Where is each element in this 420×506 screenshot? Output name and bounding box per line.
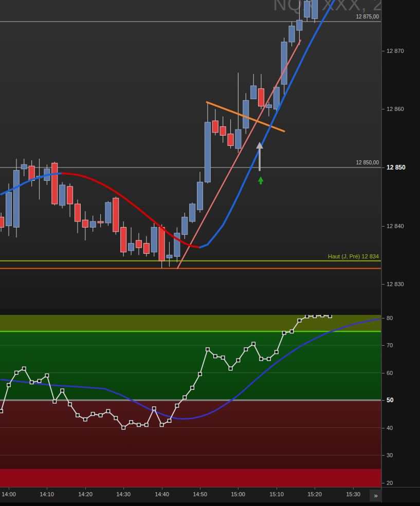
moving-average-segment <box>24 180 32 183</box>
moving-average-segment <box>78 175 85 177</box>
price-axis-label: 50 <box>387 397 393 404</box>
up-candle <box>151 227 157 252</box>
oscillator-marker <box>53 400 56 403</box>
time-axis-label: 15:20 <box>307 491 322 497</box>
oscillator-marker <box>267 358 270 361</box>
price-axis[interactable]: 12 87012 86012 85012 84012 8308070605040… <box>381 0 420 502</box>
up-candle <box>273 87 279 109</box>
oscillator-marker <box>45 374 48 377</box>
price-line-label: 12 850,00 <box>356 160 379 165</box>
oscillator-marker <box>106 409 109 413</box>
oscillator-marker <box>38 379 41 382</box>
time-axis-tick <box>47 488 47 490</box>
oscillator-marker <box>30 381 33 384</box>
indicator-pane[interactable] <box>0 315 381 487</box>
time-axis-tick <box>353 488 354 490</box>
time-axis-label: 15:10 <box>269 491 284 497</box>
haut-level-label: Haut (J, Pré) 12 834 <box>328 253 379 259</box>
time-axis-tick <box>85 488 86 490</box>
price-axis-tick <box>382 400 385 401</box>
support-trendline[interactable] <box>177 40 301 268</box>
oscillator-marker <box>168 419 171 422</box>
green-up-arrow[interactable] <box>258 176 264 184</box>
moving-average-segment <box>238 179 246 195</box>
moving-average-segment <box>307 35 315 49</box>
oscillator-marker <box>282 331 285 334</box>
oscillator-marker <box>91 413 94 416</box>
up-candle <box>90 221 96 227</box>
moving-average-segment <box>123 197 131 203</box>
moving-average-segment <box>261 129 269 146</box>
moving-average-segment <box>62 173 70 174</box>
oscillator-marker <box>321 315 324 317</box>
time-axis-label: 15:00 <box>231 491 245 497</box>
time-axis-tick <box>200 488 200 490</box>
price-axis-label: 80 <box>387 315 393 321</box>
up-candle <box>13 171 19 228</box>
oscillator-marker <box>206 348 209 351</box>
down-candle <box>136 240 141 248</box>
time-axis-label: 14:10 <box>40 491 54 497</box>
moving-average-segment <box>231 195 239 211</box>
oscillator-marker <box>84 418 87 421</box>
price-axis-tick <box>382 455 385 456</box>
down-candle <box>220 126 226 135</box>
moving-average-segment <box>246 162 253 179</box>
price-axis-tick <box>382 345 385 346</box>
time-axis-tick <box>277 488 277 490</box>
up-candle <box>105 202 111 223</box>
down-candle <box>121 227 126 252</box>
oscillator-marker <box>76 414 79 417</box>
time-axis-tick <box>315 488 315 490</box>
oscillator-marker <box>175 404 178 407</box>
pane-separator[interactable] <box>0 309 381 315</box>
oscillator-marker <box>114 417 117 420</box>
axis-separator-line <box>0 487 420 488</box>
time-axis[interactable]: 14:0014:1014:2014:3014:4014:5015:0015:10… <box>0 488 381 502</box>
price-line-label: 12 875,00 <box>356 14 379 20</box>
oscillator-marker <box>7 383 10 386</box>
price-axis-label: 70 <box>387 342 393 348</box>
time-axis-label: 14:40 <box>155 491 169 497</box>
price-chart-canvas[interactable] <box>0 0 381 309</box>
oscillator-marker <box>298 319 301 322</box>
moving-average-segment <box>139 209 147 215</box>
moving-average-segment <box>85 177 93 180</box>
time-axis-tick <box>123 488 124 490</box>
price-axis-label: 60 <box>387 370 393 376</box>
moving-average-segment <box>315 21 322 35</box>
down-candle <box>0 217 4 228</box>
oscillator-marker <box>290 330 293 333</box>
time-axis-tick <box>162 488 162 490</box>
up-candle <box>6 192 12 226</box>
up-candle <box>251 86 257 99</box>
oscillator-marker <box>236 359 240 362</box>
price-axis-label: 30 <box>387 452 393 458</box>
time-axis-tick <box>238 488 239 490</box>
up-candle <box>190 204 195 221</box>
moving-average-segment <box>108 188 116 192</box>
scroll-right-button[interactable]: » <box>370 490 382 501</box>
up-candle <box>60 185 65 205</box>
up-candle <box>205 122 210 182</box>
up-candle <box>21 164 27 169</box>
down-candle <box>52 163 58 204</box>
price-axis-label: 20 <box>387 480 393 486</box>
oscillator-marker <box>305 315 308 318</box>
oscillator-marker <box>23 367 26 370</box>
up-candle <box>312 0 318 18</box>
down-candle <box>228 134 233 146</box>
price-axis-label: 12 870 <box>387 48 404 54</box>
up-candle <box>243 100 249 128</box>
oscillator-marker <box>68 403 71 406</box>
oscillator-marker <box>99 414 102 417</box>
price-axis-tick <box>382 109 385 109</box>
oscillator-marker <box>198 372 202 376</box>
moving-average-segment <box>116 192 123 197</box>
up-candle <box>266 105 271 108</box>
oscillator-marker <box>221 356 224 359</box>
moving-average-segment <box>131 203 139 209</box>
main-chart-pane[interactable]: NQX XXX, 2m 12 875,0012 850,00Haut (J, P… <box>0 0 381 309</box>
moving-average-segment <box>208 235 215 245</box>
indicator-canvas[interactable] <box>0 315 381 487</box>
